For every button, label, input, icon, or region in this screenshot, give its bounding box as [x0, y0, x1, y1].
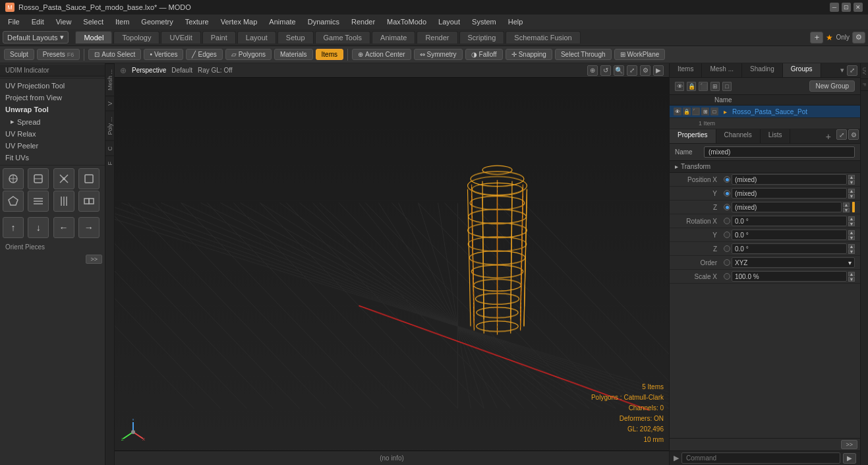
- tab-layout[interactable]: Layout: [237, 31, 276, 44]
- action-center-button[interactable]: ⊕ Action Center: [352, 49, 411, 60]
- edge-tab-v[interactable]: V: [105, 96, 114, 111]
- props-scroll-expand[interactable]: >>: [841, 440, 857, 449]
- scale-x-input[interactable]: [732, 271, 847, 282]
- rotation-z-radio[interactable]: [724, 245, 730, 252]
- viewport-ctrl-play[interactable]: ▶: [653, 65, 664, 76]
- menu-edit[interactable]: Edit: [26, 16, 49, 27]
- props-name-input[interactable]: [704, 146, 855, 158]
- tool-btn-2[interactable]: [28, 168, 49, 189]
- panel-expand-button[interactable]: ⤢: [847, 65, 857, 76]
- position-z-radio[interactable]: [724, 204, 730, 210]
- tab-schematic[interactable]: Schematic Fusion: [506, 31, 580, 44]
- viewport-container[interactable]: ⊕ Perspective Default Ray GL: Off ⊕ ↺ 🔍 …: [115, 63, 669, 465]
- vertices-button[interactable]: • Vertices: [144, 49, 183, 60]
- sidebar-unwrap-tool[interactable]: Unwrap Tool: [0, 104, 105, 115]
- minimize-button[interactable]: ─: [830, 3, 839, 12]
- props-tab-properties[interactable]: Properties: [670, 129, 716, 143]
- presets-button[interactable]: Presets F6: [37, 49, 80, 60]
- menu-geometry[interactable]: Geometry: [136, 16, 178, 27]
- tab-setup[interactable]: Setup: [277, 31, 314, 44]
- position-z-up[interactable]: ▲: [843, 202, 850, 207]
- tab-paint[interactable]: Paint: [202, 31, 236, 44]
- position-x-down[interactable]: ▼: [848, 180, 855, 185]
- rotation-y-down[interactable]: ▼: [848, 235, 855, 240]
- tool-btn-7[interactable]: [53, 191, 74, 212]
- menu-render[interactable]: Render: [346, 16, 380, 27]
- menu-select[interactable]: Select: [78, 16, 109, 27]
- rotation-z-down[interactable]: ▼: [848, 249, 855, 254]
- viewport-ctrl-search[interactable]: 🔍: [614, 65, 624, 76]
- order-dropdown[interactable]: XYZ ▾: [732, 257, 855, 268]
- tab-uvedit[interactable]: UVEdit: [161, 31, 200, 44]
- tool-btn-6[interactable]: [28, 191, 49, 212]
- tool-btn-5[interactable]: [3, 191, 24, 212]
- edge-tab-c[interactable]: C: [105, 140, 114, 156]
- position-z-input[interactable]: [732, 202, 842, 212]
- falloff-button[interactable]: ◑ Falloff: [465, 49, 503, 60]
- symmetry-button[interactable]: ⇔ Symmetry: [414, 49, 463, 60]
- maximize-button[interactable]: ⊡: [842, 3, 851, 12]
- items-button[interactable]: Items: [316, 49, 343, 60]
- panel-tab-mesh[interactable]: Mesh ...: [702, 63, 742, 77]
- rotation-x-radio[interactable]: [724, 218, 730, 224]
- tool-btn-8[interactable]: [78, 191, 100, 212]
- snapping-button[interactable]: ✛ Snapping: [506, 49, 552, 60]
- workplane-button[interactable]: ⊞ WorkPlane: [614, 49, 666, 60]
- props-settings-button[interactable]: ⚙: [848, 129, 859, 140]
- tab-model[interactable]: Model: [75, 31, 112, 44]
- tab-render[interactable]: Render: [417, 31, 457, 44]
- right-edge-tab-uv[interactable]: UV: [861, 63, 868, 79]
- viewport-ctrl-expand[interactable]: ⤢: [627, 65, 637, 76]
- edge-tab-f[interactable]: F: [105, 156, 114, 171]
- panel-item-pot[interactable]: 👁 🔒 ⬛ ⊞ □ ▸ Rosso_Pasta_Sauce_Pot: [670, 106, 860, 118]
- edges-button[interactable]: ╱ Edges: [186, 49, 222, 60]
- props-tab-lists[interactable]: Lists: [761, 129, 791, 143]
- props-tab-channels[interactable]: Channels: [716, 129, 761, 143]
- panel-lock-btn[interactable]: 🔒: [687, 82, 696, 91]
- position-y-input[interactable]: [732, 188, 847, 199]
- position-y-up[interactable]: ▲: [848, 189, 855, 193]
- position-y-down[interactable]: ▼: [848, 194, 855, 199]
- panel-wire-btn[interactable]: □: [722, 82, 732, 91]
- command-input[interactable]: [681, 452, 840, 464]
- scale-x-radio[interactable]: [724, 273, 730, 280]
- panel-tab-groups[interactable]: Groups: [783, 63, 821, 77]
- tool-btn-4[interactable]: [78, 168, 100, 189]
- position-x-up[interactable]: ▲: [848, 175, 855, 179]
- sidebar-fit-uvs[interactable]: Fit UVs: [0, 152, 105, 164]
- edge-tab-mesh[interactable]: Mesh ...: [105, 63, 114, 96]
- rotation-y-radio[interactable]: [724, 232, 730, 238]
- tab-topology[interactable]: Topology: [113, 31, 159, 44]
- autoselect-button[interactable]: ⊡ Auto Select: [88, 49, 141, 60]
- menu-texture[interactable]: Texture: [180, 16, 214, 27]
- edge-tab-poly[interactable]: Poly ...: [105, 111, 114, 140]
- viewport-ctrl-reset[interactable]: ↺: [600, 65, 611, 76]
- right-edge-tab-f[interactable]: F: [861, 79, 868, 91]
- sidebar-uv-peeler[interactable]: UV Peeler: [0, 140, 105, 152]
- settings-button[interactable]: ⚙: [852, 32, 865, 44]
- tab-scripting[interactable]: Scripting: [459, 31, 505, 44]
- position-z-down[interactable]: ▼: [843, 208, 850, 212]
- viewport-canvas[interactable]: Y X Z 5 Items Polygons : Catmull-Clark C…: [115, 78, 669, 465]
- tab-animate[interactable]: Animate: [372, 31, 415, 44]
- viewport-3d-canvas[interactable]: [115, 78, 669, 465]
- sidebar-uv-relax[interactable]: UV Relax: [0, 128, 105, 140]
- sidebar-uv-projection[interactable]: UV Projection Tool: [0, 80, 105, 92]
- menu-view[interactable]: View: [51, 16, 77, 27]
- polygons-button[interactable]: ▱ Polygons: [225, 49, 272, 60]
- tool-btn-left[interactable]: ←: [53, 217, 74, 238]
- rotation-x-down[interactable]: ▼: [848, 222, 855, 226]
- add-tab-button[interactable]: +: [810, 32, 823, 44]
- rotation-z-input[interactable]: [732, 243, 847, 254]
- tool-btn-right[interactable]: →: [78, 217, 100, 238]
- materials-button[interactable]: Materials: [274, 49, 313, 60]
- item-render-icon[interactable]: ⬛: [692, 108, 700, 115]
- scale-x-up[interactable]: ▲: [848, 272, 855, 276]
- title-bar-controls[interactable]: ─ ⊡ ✕: [830, 3, 863, 12]
- viewport-ctrl-settings[interactable]: ⚙: [640, 65, 651, 76]
- rotation-x-up[interactable]: ▲: [848, 216, 855, 221]
- panel-subd-btn[interactable]: ⊞: [710, 82, 720, 91]
- close-button[interactable]: ✕: [854, 3, 863, 12]
- item-subd-icon[interactable]: ⊞: [701, 108, 709, 115]
- menu-dynamics[interactable]: Dynamics: [303, 16, 345, 27]
